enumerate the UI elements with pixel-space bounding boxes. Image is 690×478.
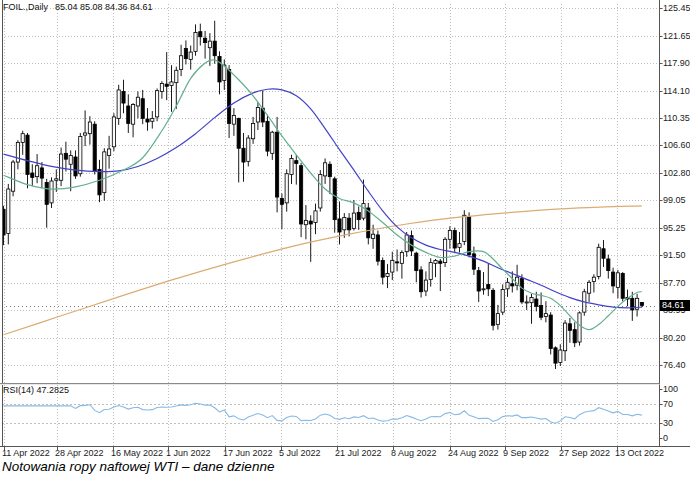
price-axis-label: 99.05 bbox=[663, 195, 686, 205]
rsi-indicator-label: RSI(14) 47.2825 bbox=[3, 385, 69, 395]
rsi-axis-label: 0 bbox=[663, 433, 668, 443]
price-axis-label: 117.90 bbox=[663, 58, 690, 68]
price-axis-label: 121.65 bbox=[663, 31, 690, 41]
date-axis-label: 21 Jul 2022 bbox=[335, 448, 382, 458]
price-axis-label: 106.60 bbox=[663, 140, 690, 150]
date-axis-label: 5 Jul 2022 bbox=[279, 448, 321, 458]
price-axis-label: 95.25 bbox=[663, 223, 686, 233]
price-axis-label: 87.70 bbox=[663, 278, 686, 288]
date-axis-label: 16 May 2022 bbox=[111, 448, 163, 458]
date-axis-label: 11 Apr 2022 bbox=[2, 448, 50, 458]
chart-title-bar: FOIL.,Daily85.04 85.08 84.36 84.61 bbox=[3, 2, 153, 12]
current-price-tag: 84.61 bbox=[660, 300, 690, 311]
date-axis-label: 27 Sep 2022 bbox=[559, 448, 610, 458]
price-axis-label: 80.20 bbox=[663, 333, 686, 343]
date-axis-label: 9 Sep 2022 bbox=[503, 448, 549, 458]
date-axis-label: 1 Jun 2022 bbox=[166, 448, 211, 458]
symbol-period-label: FOIL.,Daily bbox=[3, 2, 48, 12]
ohlc-readout: 85.04 85.08 84.36 84.61 bbox=[55, 2, 153, 12]
date-axis-label: 13 Oct 2022 bbox=[615, 448, 664, 458]
rsi-axis-label: 70 bbox=[663, 399, 673, 409]
date-axis-label: 17 Jun 2022 bbox=[223, 448, 273, 458]
date-axis-label: 8 Aug 2022 bbox=[391, 448, 437, 458]
mt4-chart-window: FOIL.,Daily85.04 85.08 84.36 84.61 RSI(1… bbox=[0, 0, 690, 478]
price-axis-label: 110.35 bbox=[663, 113, 690, 123]
rsi-axis-label: 30 bbox=[663, 418, 673, 428]
chart-caption: Notowania ropy naftowej WTI – dane dzien… bbox=[2, 459, 274, 474]
date-axis-label: 28 Apr 2022 bbox=[55, 448, 104, 458]
price-axis-label: 91.50 bbox=[663, 250, 686, 260]
price-axis-label: 102.80 bbox=[663, 168, 690, 178]
date-axis-label: 24 Aug 2022 bbox=[448, 448, 499, 458]
candlestick-chart-canvas[interactable] bbox=[0, 0, 690, 478]
price-axis-label: 114.10 bbox=[663, 86, 690, 96]
price-axis-label: 76.40 bbox=[663, 360, 686, 370]
price-axis-label: 125.45 bbox=[663, 3, 690, 13]
rsi-axis-label: 100 bbox=[663, 384, 678, 394]
